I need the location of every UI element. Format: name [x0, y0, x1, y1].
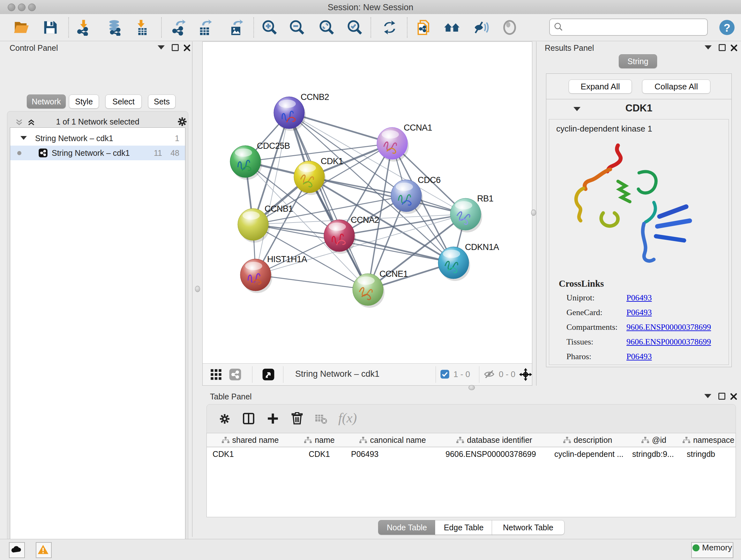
- network-collection-row[interactable]: String Network – cdk1 1: [10, 131, 185, 145]
- maximize-panel-icon[interactable]: [719, 44, 726, 51]
- toolbar-separator: [435, 366, 436, 383]
- toolbar-separator: [68, 17, 69, 38]
- toolbar-separator: [252, 366, 253, 383]
- gene-symbol: CDK1: [594, 103, 684, 114]
- toolbar-separator: [479, 366, 479, 383]
- search-input[interactable]: [549, 18, 708, 36]
- tab-network[interactable]: Network: [27, 95, 66, 109]
- expand-collapse-bar: Expand All Collapse All: [546, 73, 732, 100]
- selected-count: 1 - 0: [454, 369, 470, 379]
- left-splitter-handle[interactable]: [195, 286, 200, 292]
- network-node-CDKN1A[interactable]: CDKN1A: [438, 242, 499, 281]
- cloud-status-button[interactable]: [9, 542, 25, 558]
- tab-network-table[interactable]: Network Table: [492, 520, 564, 535]
- collapse-all-button[interactable]: Collapse All: [642, 79, 711, 94]
- network-edge[interactable]: [256, 113, 289, 275]
- fit-selected-crosshair-icon[interactable]: [519, 368, 533, 381]
- network-node-RB1[interactable]: RB1: [450, 194, 493, 233]
- memory-button[interactable]: Memory: [691, 542, 733, 558]
- zoom-selected-icon[interactable]: [347, 19, 363, 36]
- tab-sets[interactable]: Sets: [148, 95, 176, 109]
- node-label-CDK1: CDK1: [321, 157, 343, 166]
- collection-expand-icon[interactable]: [20, 136, 27, 140]
- gene-detail-card: cyclin-dependent kinase 1 CrossLinks: [549, 119, 729, 365]
- tab-style[interactable]: Style: [69, 95, 99, 109]
- horizontal-splitter-handle[interactable]: [468, 385, 475, 390]
- export-image-icon[interactable]: [228, 19, 245, 36]
- network-node-CCNA1[interactable]: CCNA1: [377, 123, 432, 162]
- export-network-icon[interactable]: [171, 19, 187, 36]
- network-canvas[interactable]: CCNB2CCNA1CDC25BCDK1CDC6RB1CCNB1CCNA2CDK…: [202, 42, 532, 386]
- string-app-icon: [38, 148, 48, 158]
- string-home-icon[interactable]: [444, 19, 460, 36]
- expand-all-button[interactable]: Expand All: [569, 79, 632, 94]
- tab-node-table[interactable]: Node Table: [378, 520, 435, 535]
- crosslink-value-link[interactable]: P06493: [626, 308, 652, 317]
- network-view-title: String Network – cdk1: [295, 369, 380, 379]
- zoom-out-icon[interactable]: [289, 19, 306, 36]
- tab-select[interactable]: Select: [105, 95, 142, 109]
- network-tab-content: 1 of 1 Network selected String Network –…: [7, 111, 188, 560]
- refresh-icon[interactable]: [381, 19, 398, 36]
- status-bar: Memory: [0, 539, 741, 560]
- hidden-eye-slash-icon[interactable]: [483, 369, 495, 380]
- node-label-RB1: RB1: [477, 194, 493, 203]
- float-panel-icon[interactable]: [704, 45, 712, 50]
- network-selection-status: 1 of 1 Network selected: [7, 117, 188, 126]
- import-network-database-icon[interactable]: [107, 19, 123, 36]
- node-label-HIST1H1A: HIST1H1A: [267, 254, 307, 264]
- network-edge-count: 48: [171, 145, 179, 160]
- crosslink-value-link[interactable]: 9606.ENSP00000378699: [626, 322, 711, 332]
- node-label-CDC25B: CDC25B: [257, 141, 290, 151]
- control-panel-tabs: NetworkStyleSelectSets: [3, 42, 192, 109]
- network-node-CCNB2[interactable]: CCNB2: [274, 92, 329, 131]
- crosslink-value-link[interactable]: P06493: [626, 352, 652, 361]
- protein-structure-image: [565, 138, 702, 266]
- right-splitter-handle[interactable]: [531, 209, 536, 216]
- toolbar-separator: [370, 17, 371, 38]
- window-title: Session: New Session: [0, 3, 741, 12]
- close-panel-icon[interactable]: [730, 44, 738, 52]
- gene-expand-icon[interactable]: [574, 107, 581, 111]
- node-label-CDKN1A: CDKN1A: [465, 242, 499, 252]
- tab-edge-table[interactable]: Edge Table: [435, 520, 492, 535]
- string-results-content: CDK1 cyclin-dependent kinase 1: [546, 99, 732, 367]
- clone-network-icon[interactable]: [416, 19, 433, 36]
- network-edge[interactable]: [339, 236, 454, 263]
- network-edge[interactable]: [256, 275, 368, 290]
- tab-string[interactable]: String: [619, 54, 657, 68]
- network-node-CCNB1[interactable]: CCNB1: [238, 204, 293, 243]
- crosslink-label: GeneCard:: [566, 308, 603, 317]
- export-table-icon[interactable]: [197, 19, 213, 36]
- node-label-CCNB2: CCNB2: [300, 92, 329, 102]
- network-node-CDC25B[interactable]: CDC25B: [230, 141, 290, 180]
- svg-text:?: ?: [724, 22, 730, 34]
- crosslink-value-link[interactable]: P06493: [626, 293, 652, 303]
- selected-checkbox-icon[interactable]: [440, 369, 450, 379]
- crosslink-value-link[interactable]: 9606.ENSP00000378699: [626, 337, 711, 347]
- table-panel: Table Panel f(x) shared namenamecanonica…: [202, 390, 741, 539]
- node-label-CCNA2: CCNA2: [351, 215, 379, 225]
- help-icon[interactable]: ?: [719, 19, 735, 36]
- network-row-selected[interactable]: String Network – cdk1 11 48: [10, 145, 185, 160]
- lens-icon[interactable]: [501, 19, 518, 36]
- network-options-gear-icon[interactable]: [177, 116, 188, 127]
- network-node-HIST1H1A[interactable]: HIST1H1A: [240, 254, 307, 293]
- hide-glass-icon[interactable]: [473, 19, 489, 36]
- import-table-icon[interactable]: [133, 19, 149, 36]
- zoom-fit-icon[interactable]: [319, 19, 335, 36]
- grid-view-icon[interactable]: [210, 368, 222, 381]
- toolbar-separator: [283, 366, 283, 383]
- warning-status-button[interactable]: [36, 542, 52, 558]
- string-network-graph[interactable]: CCNB2CCNA1CDC25BCDK1CDC6RB1CCNB1CCNA2CDK…: [203, 42, 532, 364]
- zoom-in-icon[interactable]: [261, 19, 278, 36]
- save-session-icon[interactable]: [42, 19, 59, 36]
- network-label: String Network – cdk1: [52, 145, 130, 160]
- navigator-icon[interactable]: [262, 368, 275, 381]
- open-session-icon[interactable]: [13, 19, 30, 36]
- network-node-CDC6[interactable]: CDC6: [391, 175, 441, 214]
- string-view-icon[interactable]: [229, 368, 242, 381]
- memory-label: Memory: [702, 543, 732, 552]
- results-panel: Results Panel String Expand All Collapse…: [536, 42, 741, 386]
- import-network-file-icon[interactable]: [75, 19, 92, 36]
